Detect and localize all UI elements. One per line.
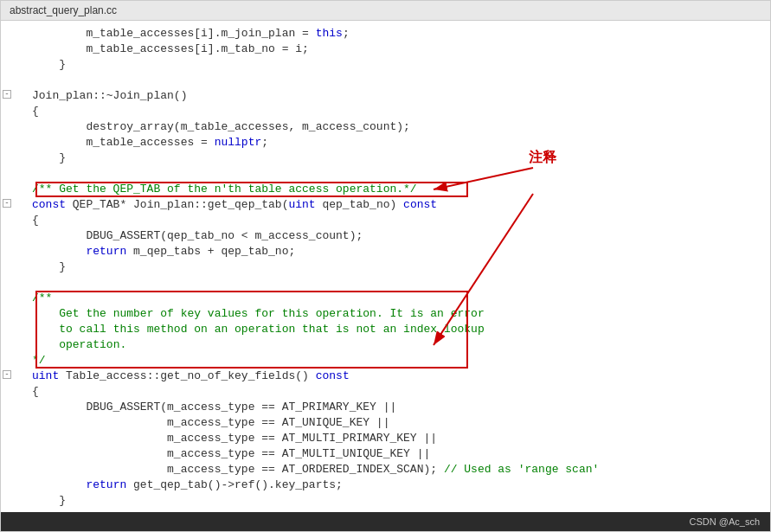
line-code: m_table_accesses[i].m_tab_no = i; [29, 42, 770, 57]
code-line: -uint Table_access::get_no_of_key_fields… [1, 369, 770, 384]
code-line: m_access_type == AT_ORDERED_INDEX_SCAN);… [1, 462, 770, 478]
line-code: { [29, 104, 770, 119]
footer-text: CSDN @Ac_sch [690, 516, 760, 527]
code-line: m_table_accesses[i].m_join_plan = this; [1, 26, 770, 42]
line-code: uint Table_access::get_no_of_key_fields(… [29, 369, 770, 384]
code-line: Get the number of key values for this op… [1, 306, 770, 322]
code-line: operation. [1, 337, 770, 353]
code-line: -Join_plan::~Join_plan() [1, 88, 770, 104]
line-code: const QEP_TAB* Join_plan::get_qep_tab(ui… [29, 197, 770, 213]
code-line: { [1, 384, 770, 400]
code-line: m_access_type == AT_MULTI_PRIMARY_KEY || [1, 431, 770, 446]
line-code: { [29, 384, 770, 400]
line-code: } [29, 151, 770, 166]
code-line: } [1, 151, 770, 166]
line-code: m_table_accesses[i].m_join_plan = this; [29, 26, 770, 42]
titlebar: abstract_query_plan.cc [1, 1, 770, 21]
code-line: to call this method on an operation that… [1, 322, 770, 337]
code-line: /** [1, 291, 770, 306]
footer: CSDN @Ac_sch [1, 512, 770, 531]
line-code: } [29, 260, 770, 275]
collapse-icon[interactable]: - [3, 370, 11, 379]
annotation-label: 注释 [529, 149, 556, 167]
code-line: /** Get the QEP_TAB of the n'th table ac… [1, 182, 770, 197]
line-code: Get the number of key values for this op… [29, 306, 770, 322]
code-line: -const QEP_TAB* Join_plan::get_qep_tab(u… [1, 197, 770, 213]
line-code: return get_qep_tab()->ref().key_parts; [29, 478, 770, 493]
code-area[interactable]: m_table_accesses[i].m_join_plan = this; … [1, 21, 770, 512]
code-line: DBUG_ASSERT(qep_tab_no < m_access_count)… [1, 228, 770, 244]
line-code: /** [29, 291, 770, 306]
code-line [1, 166, 770, 182]
line-code: m_access_type == AT_MULTI_UNIQUE_KEY || [29, 446, 770, 462]
line-code: } [29, 57, 770, 73]
line-code: to call this method on an operation that… [29, 322, 770, 337]
code-line: destroy_array(m_table_accesses, m_access… [1, 119, 770, 135]
line-code: } [29, 493, 770, 509]
code-container: m_table_accesses[i].m_join_plan = this; … [1, 21, 770, 512]
line-code: /** Get the QEP_TAB of the n'th table ac… [29, 182, 770, 197]
code-line: { [1, 104, 770, 119]
line-code: m_table_accesses = nullptr; [29, 135, 770, 151]
line-code: operation. [29, 337, 770, 353]
code-line: m_access_type == AT_MULTI_UNIQUE_KEY || [1, 446, 770, 462]
line-code: destroy_array(m_table_accesses, m_access… [29, 119, 770, 135]
line-code: Join_plan::~Join_plan() [29, 88, 770, 104]
line-code: return m_qep_tabs + qep_tab_no; [29, 244, 770, 260]
line-code: m_access_type == AT_UNIQUE_KEY || [29, 415, 770, 431]
code-line: { [1, 213, 770, 228]
code-line: return get_qep_tab()->ref().key_parts; [1, 478, 770, 493]
line-code: DBUG_ASSERT(m_access_type == AT_PRIMARY_… [29, 400, 770, 415]
line-code: DBUG_ASSERT(qep_tab_no < m_access_count)… [29, 228, 770, 244]
code-line [1, 275, 770, 291]
code-line: m_access_type == AT_UNIQUE_KEY || [1, 415, 770, 431]
code-line: } [1, 260, 770, 275]
code-line: */ [1, 353, 770, 369]
filename-label: abstract_query_plan.cc [10, 4, 117, 16]
collapse-icon[interactable]: - [3, 90, 11, 99]
code-line: m_table_accesses = nullptr; [1, 135, 770, 151]
line-code: */ [29, 353, 770, 369]
collapse-icon[interactable]: - [3, 199, 11, 208]
main-window: abstract_query_plan.cc m_table_accesses[… [0, 0, 771, 532]
code-line: DBUG_ASSERT(m_access_type == AT_PRIMARY_… [1, 400, 770, 415]
code-line: } [1, 57, 770, 73]
code-line: } [1, 493, 770, 509]
line-code: m_access_type == AT_ORDERED_INDEX_SCAN);… [29, 462, 770, 478]
code-line [1, 73, 770, 88]
line-code: m_access_type == AT_MULTI_PRIMARY_KEY || [29, 431, 770, 446]
code-line: return m_qep_tabs + qep_tab_no; [1, 244, 770, 260]
code-line: m_table_accesses[i].m_tab_no = i; [1, 42, 770, 57]
line-code: { [29, 213, 770, 228]
code-line [1, 509, 770, 512]
